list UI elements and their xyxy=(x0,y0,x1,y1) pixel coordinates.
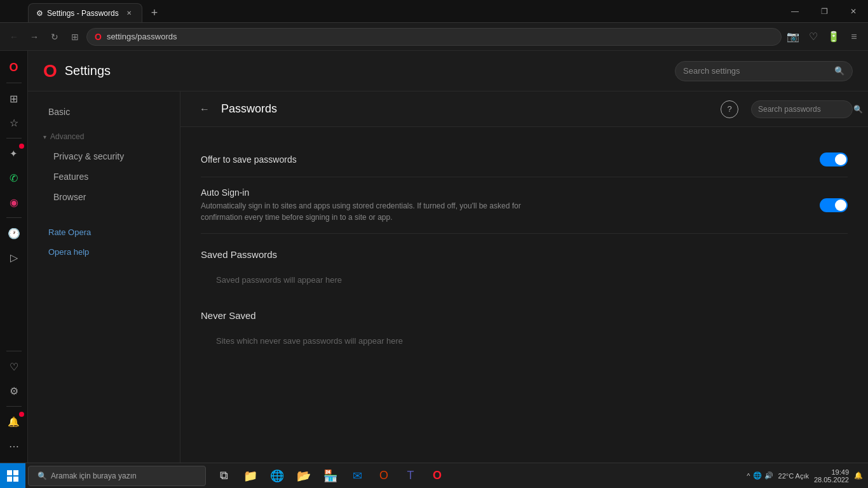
opera-icon: O xyxy=(95,32,102,42)
taskbar-clock: 19:49 28.05.2022 xyxy=(814,468,849,484)
auto-signin-desc: Automatically sign in to sites and apps … xyxy=(201,200,531,223)
downloads-icon[interactable]: ▷ xyxy=(3,246,25,269)
taskbar-mail-icon[interactable]: ✉ xyxy=(344,463,370,489)
taskbar-weather: 22°C Açık xyxy=(778,472,809,480)
taskbar-chevron-icon[interactable]: ^ xyxy=(747,472,750,480)
taskbar-temperature: 22°C Açık xyxy=(778,472,809,480)
auto-signin-label: Auto Sign-in xyxy=(201,187,531,198)
nav-item-features[interactable]: Features xyxy=(33,166,175,187)
never-saved-empty: Sites which never save passwords will ap… xyxy=(201,326,848,356)
offer-save-passwords-label: Offer to save passwords xyxy=(201,154,297,165)
taskbar-office-icon[interactable]: O xyxy=(371,463,397,489)
settings-body: Basic ▾ Advanced Privacy & security Feat… xyxy=(28,92,868,463)
messenger-badge xyxy=(19,144,24,149)
screenshot-icon[interactable]: 📷 xyxy=(784,28,802,46)
search-passwords-input[interactable] xyxy=(758,105,853,114)
opera-logo-sidebar[interactable]: O xyxy=(3,56,25,79)
page-title: Passwords xyxy=(221,102,713,116)
toggle-knob-2 xyxy=(835,200,846,211)
help-button[interactable]: ? xyxy=(721,100,738,118)
forward-button[interactable]: → xyxy=(25,28,43,46)
wallet-icon[interactable]: ♡ xyxy=(3,355,25,378)
rate-opera-link[interactable]: Rate Opera xyxy=(33,222,175,242)
offer-save-passwords-row: Offer to save passwords xyxy=(201,142,848,177)
speed-dial-icon[interactable]: ⊞ xyxy=(3,87,25,110)
sidebar-divider-5 xyxy=(6,406,22,407)
settings-title: Settings xyxy=(65,64,111,78)
page-back-button[interactable]: ← xyxy=(196,100,214,118)
extensions-icon[interactable]: ⋯ xyxy=(3,435,25,458)
svg-rect-1 xyxy=(13,470,18,475)
instagram-icon[interactable]: ◉ xyxy=(3,191,25,214)
content-header-bar: ← Passwords ? 🔍 xyxy=(180,92,868,127)
taskbar-systray: ^ 🌐 🔊 xyxy=(747,471,773,480)
taskbar-store-icon[interactable]: 🏪 xyxy=(318,463,343,489)
offer-save-passwords-label-group: Offer to save passwords xyxy=(201,154,297,165)
browser-window: ⚙ Settings - Passwords ✕ + — ❐ ✕ ← → ↻ ⊞… xyxy=(0,0,868,463)
history-icon[interactable]: 🕐 xyxy=(3,222,25,245)
auto-signin-row: Auto Sign-in Automatically sign in to si… xyxy=(201,177,848,234)
whatsapp-icon[interactable]: ✆ xyxy=(3,166,25,189)
address-right-icons: 📷 ♡ 🔋 ≡ xyxy=(784,28,863,46)
taskbar-edge-icon[interactable]: 🌐 xyxy=(264,463,290,489)
saved-passwords-empty: Saved passwords will appear here xyxy=(201,265,848,295)
tab-favicon: ⚙ xyxy=(36,9,43,18)
offer-save-passwords-toggle[interactable] xyxy=(820,152,848,166)
svg-rect-0 xyxy=(7,470,12,475)
notifications-icon[interactable]: 🔔 xyxy=(3,410,25,433)
nav-item-basic[interactable]: Basic xyxy=(33,102,175,122)
sidebar-divider-4 xyxy=(6,351,22,351)
maximize-button[interactable]: ❐ xyxy=(810,0,839,23)
grid-button[interactable]: ⊞ xyxy=(66,28,84,46)
svg-rect-2 xyxy=(7,477,12,482)
sidebar-divider-1 xyxy=(6,83,22,83)
taskbar-explorer-icon[interactable]: 📂 xyxy=(291,463,316,489)
settings-nav: Basic ▾ Advanced Privacy & security Feat… xyxy=(28,92,180,463)
taskbar-icons: ⧉ 📁 🌐 📂 🏪 ✉ O T O xyxy=(211,463,450,489)
menu-icon[interactable]: ≡ xyxy=(845,28,863,46)
sidebar-divider-2 xyxy=(6,138,22,139)
taskbar-search[interactable]: 🔍 Aramak için buraya yazın xyxy=(28,466,206,486)
taskbar-time-display: 19:49 xyxy=(814,468,849,476)
opera-help-link[interactable]: Opera help xyxy=(33,242,175,262)
notifications-badge xyxy=(19,412,24,417)
settings-icon[interactable]: ⚙ xyxy=(3,379,25,402)
back-button[interactable]: ← xyxy=(5,28,23,46)
auto-signin-toggle[interactable] xyxy=(820,198,848,212)
reload-button[interactable]: ↻ xyxy=(46,28,64,46)
start-button[interactable] xyxy=(0,463,25,489)
battery-icon[interactable]: 🔋 xyxy=(825,28,843,46)
main-content: O ⊞ ☆ ✦ ✆ ◉ 🕐 ▷ ♡ ⚙ 🔔 ⋯ xyxy=(0,51,868,463)
opera-sidebar: O ⊞ ☆ ✦ ✆ ◉ 🕐 ▷ ♡ ⚙ 🔔 ⋯ xyxy=(0,51,28,463)
saved-passwords-title: Saved Passwords xyxy=(201,249,848,260)
settings-header: O Settings 🔍 xyxy=(28,51,868,92)
bookmarks-icon[interactable]: ☆ xyxy=(3,111,25,134)
tab-bar: ⚙ Settings - Passwords ✕ + — ❐ ✕ xyxy=(0,0,868,23)
messenger-icon[interactable]: ✦ xyxy=(3,142,25,165)
address-input[interactable]: O settings/passwords xyxy=(86,28,782,46)
search-passwords-box[interactable]: 🔍 xyxy=(751,100,853,118)
taskbar-opera-icon[interactable]: O xyxy=(424,463,450,489)
heart-icon[interactable]: ♡ xyxy=(804,28,822,46)
settings-wrapper: O Settings 🔍 Basic ▾ Advanced Pr xyxy=(28,51,868,463)
tab-close-button[interactable]: ✕ xyxy=(124,8,134,18)
search-settings-icon: 🔍 xyxy=(834,66,844,76)
close-button[interactable]: ✕ xyxy=(839,0,868,23)
nav-item-privacy-security[interactable]: Privacy & security xyxy=(33,146,175,166)
taskbar: 🔍 Aramak için buraya yazın ⧉ 📁 🌐 📂 🏪 ✉ O… xyxy=(0,463,868,488)
search-settings-box[interactable]: 🔍 xyxy=(675,61,853,81)
minimize-button[interactable]: — xyxy=(780,0,810,23)
taskbar-files-icon[interactable]: 📁 xyxy=(238,463,263,489)
nav-section-advanced[interactable]: ▾ Advanced xyxy=(28,127,180,146)
taskbar-teams-icon[interactable]: T xyxy=(398,463,423,489)
new-tab-button[interactable]: + xyxy=(145,3,164,22)
svg-rect-3 xyxy=(13,477,18,482)
nav-item-browser[interactable]: Browser xyxy=(33,187,175,207)
taskbar-notifications-icon[interactable]: 🔔 xyxy=(854,471,863,480)
taskbar-widgets-icon[interactable]: ⧉ xyxy=(211,463,236,489)
search-settings-input[interactable] xyxy=(683,66,834,76)
opera-settings-logo: O xyxy=(43,61,57,81)
taskbar-network-icon: 🌐 xyxy=(753,471,762,480)
taskbar-search-icon: 🔍 xyxy=(37,471,47,480)
active-tab[interactable]: ⚙ Settings - Passwords ✕ xyxy=(28,3,142,22)
